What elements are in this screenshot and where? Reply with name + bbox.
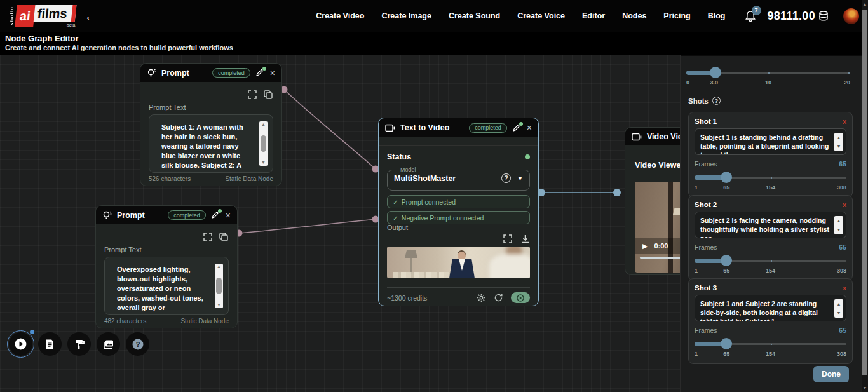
scroll-down-icon[interactable]: ▼ xyxy=(862,386,868,390)
refresh-icon[interactable] xyxy=(494,293,503,302)
copy-icon[interactable] xyxy=(219,233,228,241)
close-icon[interactable]: × xyxy=(270,69,275,78)
user-avatar[interactable] xyxy=(843,8,859,24)
textarea-scrollbar[interactable]: ▲ ▼ xyxy=(259,121,268,166)
tick-label: 65 xyxy=(723,351,729,357)
output-video-thumbnail[interactable] xyxy=(387,247,530,278)
spinner-up-icon[interactable]: ▲ xyxy=(837,135,841,140)
frames-slider[interactable] xyxy=(695,339,846,348)
textarea-scrollbar[interactable]: ▲ ▼ xyxy=(215,264,223,308)
shot-text-spinner[interactable]: ▲ ▼ xyxy=(834,299,843,318)
scroll-down-icon[interactable]: ▼ xyxy=(217,302,221,308)
tick-label: 65 xyxy=(723,267,729,274)
scrollbar-thumb[interactable] xyxy=(261,135,266,152)
tick-label: 154 xyxy=(766,184,775,191)
nav-create-video[interactable]: Create Video xyxy=(316,11,364,20)
run-workflow-button[interactable] xyxy=(9,332,32,356)
back-arrow-icon[interactable]: ← xyxy=(84,9,97,24)
model-select[interactable]: Model MultiShotMaster ? ▼ xyxy=(387,166,530,191)
play-icon xyxy=(14,337,27,351)
page-scrollbar[interactable]: ▲ ▼ xyxy=(862,0,868,392)
prompt-node-2-header[interactable]: Prompt completed × xyxy=(96,206,237,224)
help-button[interactable]: ? xyxy=(126,332,149,356)
slider-handle[interactable] xyxy=(721,172,732,183)
spinner-down-icon[interactable]: ▼ xyxy=(837,227,841,232)
gear-icon[interactable] xyxy=(477,293,486,302)
nav-create-sound[interactable]: Create Sound xyxy=(449,11,500,20)
shot-description-input[interactable]: Subject 2 is facing the camera, nodding … xyxy=(695,212,846,238)
slider-handle[interactable] xyxy=(710,67,721,78)
spinner-down-icon[interactable]: ▼ xyxy=(837,311,841,315)
expand-icon[interactable] xyxy=(248,90,257,99)
shot-description-input[interactable]: Subject 1 and Subject 2 are standing sid… xyxy=(695,295,846,321)
spinner-down-icon[interactable]: ▼ xyxy=(837,144,841,149)
nav-editor[interactable]: Editor xyxy=(582,11,605,20)
model-help-icon[interactable]: ? xyxy=(501,173,511,183)
shot-card-1: Shot 1 x Subject 1 is standing behind a … xyxy=(688,112,853,198)
tick-label: 1 xyxy=(695,351,698,357)
scroll-down-icon[interactable]: ▼ xyxy=(261,160,266,165)
t2v-node-header[interactable]: Text to Video completed × xyxy=(379,118,538,137)
edit-button[interactable] xyxy=(512,124,520,132)
edit-button[interactable] xyxy=(211,211,219,219)
prompt-textarea[interactable]: Subject 1: A woman with her hair in a sl… xyxy=(149,114,273,173)
scroll-up-icon[interactable]: ▲ xyxy=(217,264,221,269)
char-count: 482 characters xyxy=(104,318,146,325)
text-to-video-node[interactable]: Text to Video completed × Status Model M… xyxy=(378,118,539,306)
shot-card-3: Shot 3 x Subject 1 and Subject 2 are sta… xyxy=(688,278,853,364)
nav-create-voice[interactable]: Create Voice xyxy=(517,11,565,20)
prompt-textarea[interactable]: Overexposed lighting, blown-out highligh… xyxy=(104,257,229,315)
spinner-up-icon[interactable]: ▲ xyxy=(837,219,841,223)
shot-text-spinner[interactable]: ▲ ▼ xyxy=(834,216,843,234)
nav-create-image[interactable]: Create Image xyxy=(381,11,431,20)
notifications-button[interactable]: 7 xyxy=(745,10,756,22)
close-icon[interactable]: × xyxy=(527,123,532,132)
remove-shot-icon[interactable]: x xyxy=(843,118,846,125)
expand-icon[interactable] xyxy=(203,233,212,241)
shot-description-input[interactable]: Subject 1 is standing behind a drafting … xyxy=(695,128,846,155)
frames-slider[interactable] xyxy=(695,256,846,265)
frames-value: 65 xyxy=(839,160,846,168)
app-logo[interactable]: studio ai films beta xyxy=(9,5,75,27)
prompt-node-2[interactable]: Prompt completed × Prompt Text Overexpos… xyxy=(95,205,238,328)
prompt-connected-label: Prompt connected xyxy=(402,198,456,206)
close-icon[interactable]: × xyxy=(226,211,231,220)
download-icon[interactable] xyxy=(521,234,529,243)
tick-label: 1 xyxy=(695,184,698,191)
media-gallery-button[interactable] xyxy=(97,332,120,356)
status-badge: completed xyxy=(469,123,507,133)
shots-help-icon[interactable]: ? xyxy=(712,97,721,105)
expand-icon[interactable] xyxy=(503,234,512,243)
status-badge: completed xyxy=(168,210,206,220)
remove-shot-icon[interactable]: x xyxy=(843,284,846,292)
prompt-node-1[interactable]: Prompt completed × Prompt Text Subject 1… xyxy=(140,63,282,186)
slider-handle[interactable] xyxy=(721,255,732,266)
edit-status-dot xyxy=(262,67,266,71)
prompt-library-button[interactable] xyxy=(38,332,62,356)
nav-blog[interactable]: Blog xyxy=(708,11,726,20)
scrollbar-thumb[interactable] xyxy=(862,10,867,375)
chevron-down-icon[interactable]: ▼ xyxy=(517,175,523,182)
style-tools-button[interactable] xyxy=(67,332,91,356)
copy-icon[interactable] xyxy=(264,90,273,99)
credits-cost-label: ~1300 credits xyxy=(387,294,427,302)
scroll-up-icon[interactable]: ▲ xyxy=(261,122,266,127)
logo-studio-text: studio xyxy=(9,5,15,27)
prompt-node-1-header[interactable]: Prompt completed × xyxy=(140,64,281,82)
slider-handle[interactable] xyxy=(721,338,732,349)
run-node-button[interactable] xyxy=(511,292,530,303)
nav-pricing[interactable]: Pricing xyxy=(663,11,690,20)
check-icon: ✓ xyxy=(393,214,398,222)
remove-shot-icon[interactable]: x xyxy=(843,201,846,208)
nav-nodes[interactable]: Nodes xyxy=(622,11,646,20)
spinner-up-icon[interactable]: ▲ xyxy=(837,302,841,306)
edit-button[interactable] xyxy=(255,69,264,77)
done-button[interactable]: Done xyxy=(813,366,849,382)
frames-slider[interactable] xyxy=(695,173,846,182)
shot-text-spinner[interactable]: ▲ ▼ xyxy=(834,133,843,151)
scroll-up-icon[interactable]: ▲ xyxy=(862,2,868,6)
play-icon[interactable]: ▶ xyxy=(642,242,648,250)
model-label: Model xyxy=(398,166,419,173)
duration-slider[interactable] xyxy=(686,68,850,77)
scrollbar-thumb[interactable] xyxy=(216,278,222,294)
